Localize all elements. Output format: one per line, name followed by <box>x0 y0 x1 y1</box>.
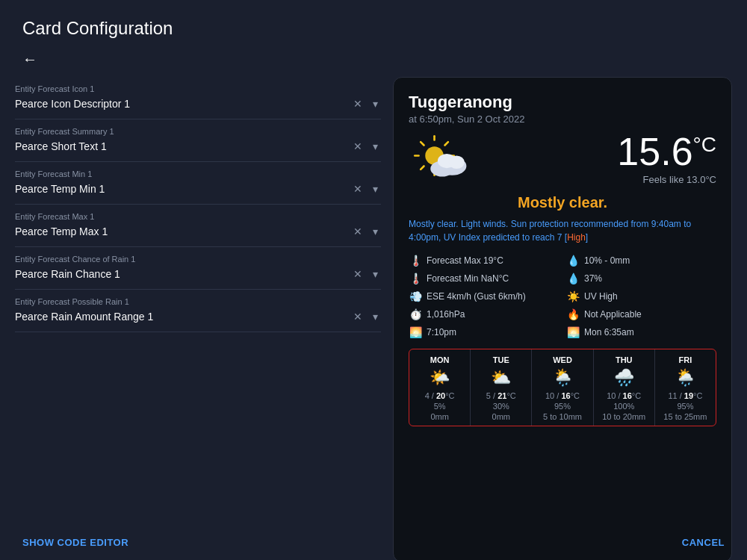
forecast-temps: 10 / 16°C <box>597 391 651 400</box>
config-row-value: Pearce Temp Min 1 <box>15 183 105 195</box>
config-row-forecast-possible-rain: Entity Forecast Possible Rain 1 Pearce R… <box>15 290 381 332</box>
config-row-forecast-icon: Entity Forecast Icon 1 Pearce Icon Descr… <box>15 77 381 119</box>
config-row-value: Pearce Rain Amount Range 1 <box>15 311 153 323</box>
svg-point-12 <box>449 156 465 169</box>
weather-icon-area <box>409 132 476 184</box>
page-title: Card Configuration <box>0 0 747 51</box>
weather-icon <box>409 132 476 184</box>
weather-summary-title: Mostly clear. <box>409 194 716 211</box>
expand-button[interactable]: ▾ <box>370 309 381 324</box>
config-row-label: Entity Forecast Min 1 <box>15 169 381 178</box>
config-row-forecast-chance-rain: Entity Forecast Chance of Rain 1 Pearce … <box>15 247 381 290</box>
detail-text: Not Applicable <box>584 309 642 320</box>
config-row-content: Pearce Temp Min 1 ✕ ▾ <box>15 181 381 196</box>
remove-button[interactable]: ✕ <box>350 267 365 281</box>
expand-button[interactable]: ▾ <box>370 139 381 154</box>
forecast-day-thu: THU 🌧️ 10 / 16°C 100% 10 to 20mm <box>594 349 655 426</box>
weather-top: 15.6°C Feels like 13.0°C <box>409 132 716 185</box>
detail-text: Forecast Min NaN°C <box>427 273 509 284</box>
forecast-day-name: FRI <box>658 355 713 364</box>
weather-feels-like: Feels like 13.0°C <box>617 174 716 185</box>
forecast-day-name: WED <box>535 355 589 364</box>
config-row-forecast-min: Entity Forecast Min 1 Pearce Temp Min 1 … <box>15 162 381 205</box>
forecast-day-name: MON <box>412 355 467 364</box>
remove-button[interactable]: ✕ <box>350 139 365 154</box>
config-row-actions: ✕ ▾ <box>350 309 381 324</box>
weather-detail-item: 🔥Not Applicable <box>566 307 716 322</box>
remove-button[interactable]: ✕ <box>350 96 365 111</box>
weather-details-grid: 🌡️Forecast Max 19°C💧10% - 0mm🌡️Forecast … <box>409 253 716 340</box>
weather-detail-item: ⏱️1,016hPa <box>409 307 559 322</box>
remove-button[interactable]: ✕ <box>350 224 365 239</box>
forecast-day-mon: MON 🌤️ 4 / 20°C 5% 0mm <box>409 349 471 426</box>
config-row-forecast-summary: Entity Forecast Summary 1 Pearce Short T… <box>15 119 381 162</box>
forecast-chance: 95% <box>535 402 589 411</box>
config-row-actions: ✕ ▾ <box>350 96 381 111</box>
detail-text: 7:10pm <box>427 327 456 337</box>
config-row-actions: ✕ ▾ <box>350 224 381 239</box>
svg-line-8 <box>421 167 424 169</box>
back-button[interactable]: ← <box>0 51 747 77</box>
config-row-label: Entity Forecast Possible Rain 1 <box>15 297 381 306</box>
detail-text: UV High <box>584 291 618 302</box>
weather-detail-item: 🌡️Forecast Min NaN°C <box>409 271 559 286</box>
config-row-content: Pearce Rain Chance 1 ✕ ▾ <box>15 267 381 281</box>
config-row-content: Pearce Icon Descriptor 1 ✕ ▾ <box>15 96 381 111</box>
detail-icon: 🌡️ <box>409 273 422 284</box>
footer: SHOW CODE EDITOR CANCEL <box>0 525 747 560</box>
config-row-content: Pearce Temp Max 1 ✕ ▾ <box>15 224 381 239</box>
detail-icon: 💨 <box>409 290 422 302</box>
expand-button[interactable]: ▾ <box>370 181 381 196</box>
detail-text: Mon 6:35am <box>584 327 634 337</box>
forecast-rain: 10 to 20mm <box>597 412 651 421</box>
detail-icon: ⏱️ <box>409 308 422 320</box>
forecast-day-icon: 🌤️ <box>412 367 467 388</box>
detail-icon: 💧 <box>566 273 580 284</box>
remove-button[interactable]: ✕ <box>350 309 365 324</box>
forecast-chance: 100% <box>597 402 651 411</box>
config-panel: Entity Forecast Icon 1 Pearce Icon Descr… <box>15 77 381 560</box>
main-layout: Entity Forecast Icon 1 Pearce Icon Descr… <box>0 77 747 560</box>
config-row-label: Entity Forecast Max 1 <box>15 212 381 221</box>
config-row-value: Pearce Icon Descriptor 1 <box>15 98 130 110</box>
weather-detail-item: 💧37% <box>566 271 716 286</box>
config-row-value: Pearce Temp Max 1 <box>15 225 108 237</box>
detail-text: 10% - 0mm <box>584 255 630 266</box>
forecast-day-name: TUE <box>474 355 528 364</box>
detail-icon: 💧 <box>566 255 580 267</box>
forecast-day-wed: WED 🌦️ 10 / 16°C 95% 5 to 10mm <box>532 349 593 426</box>
forecast-chance: 95% <box>658 402 713 411</box>
forecast-rain: 0mm <box>412 412 467 421</box>
weather-detail-item: 🌅Mon 6:35am <box>566 325 716 340</box>
weather-card: Tuggeranong at 6:50pm, Sun 2 Oct 2022 <box>393 77 732 560</box>
config-row-value: Pearce Rain Chance 1 <box>15 268 120 280</box>
config-row-actions: ✕ ▾ <box>350 181 381 196</box>
config-row-content: Pearce Short Text 1 ✕ ▾ <box>15 139 381 154</box>
weather-temp-area: 15.6°C Feels like 13.0°C <box>617 132 716 185</box>
weather-detail-item: 💧10% - 0mm <box>566 253 716 268</box>
detail-text: ESE 4km/h (Gust 6km/h) <box>427 291 526 302</box>
forecast-rain: 0mm <box>474 412 528 421</box>
weather-location: Tuggeranong <box>409 93 716 112</box>
expand-button[interactable]: ▾ <box>370 224 381 239</box>
config-row-forecast-max: Entity Forecast Max 1 Pearce Temp Max 1 … <box>15 205 381 247</box>
detail-text: 37% <box>584 273 602 284</box>
remove-button[interactable]: ✕ <box>350 181 365 196</box>
show-code-editor-button[interactable]: SHOW CODE EDITOR <box>22 537 128 548</box>
cancel-button[interactable]: CANCEL <box>682 537 725 548</box>
forecast-temps: 11 / 19°C <box>658 391 713 400</box>
config-row-actions: ✕ ▾ <box>350 267 381 281</box>
expand-button[interactable]: ▾ <box>370 96 381 111</box>
detail-icon: 🔥 <box>566 308 580 320</box>
config-row-label: Entity Forecast Summary 1 <box>15 127 381 136</box>
forecast-temps: 4 / 20°C <box>412 391 467 400</box>
weather-description: Mostly clear. Light winds. Sun protectio… <box>409 217 716 244</box>
detail-icon: 🌅 <box>566 326 580 338</box>
forecast-rain: 15 to 25mm <box>658 412 713 421</box>
config-row-actions: ✕ ▾ <box>350 139 381 154</box>
detail-text: Forecast Max 19°C <box>427 255 503 266</box>
forecast-day-icon: 🌦️ <box>535 367 589 388</box>
config-row-content: Pearce Rain Amount Range 1 ✕ ▾ <box>15 309 381 324</box>
weather-detail-item: 🌡️Forecast Max 19°C <box>409 253 559 268</box>
expand-button[interactable]: ▾ <box>370 267 381 281</box>
